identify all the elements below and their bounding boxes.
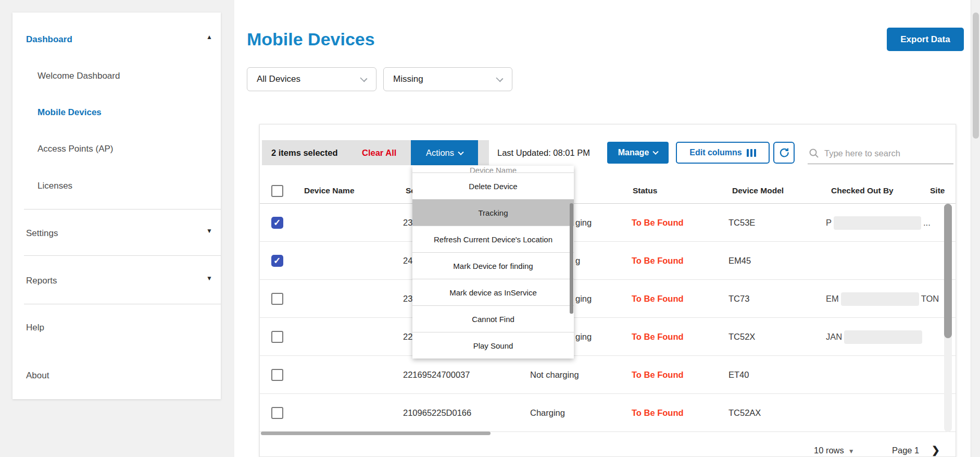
search-field xyxy=(808,143,953,164)
model-cell: TC53E xyxy=(728,204,755,242)
table-vertical-scrollbar-thumb[interactable] xyxy=(944,204,952,338)
model-cell: TC52X xyxy=(728,318,755,356)
manage-button[interactable]: Manage xyxy=(607,142,669,164)
row-checkbox[interactable] xyxy=(271,407,283,419)
page-title: Mobile Devices xyxy=(247,29,375,50)
rows-per-page-selector[interactable]: 10 rows▼ xyxy=(814,442,855,457)
status-filter-value: Missing xyxy=(393,74,423,84)
sidebar-item-settings[interactable]: Settings xyxy=(26,228,58,239)
row-checkbox[interactable] xyxy=(271,331,283,343)
row-checkbox[interactable] xyxy=(271,293,283,305)
refresh-icon xyxy=(778,147,790,158)
table-row: 24 g To Be Found EM45 xyxy=(260,242,956,280)
search-input[interactable] xyxy=(824,145,949,161)
status-cell: To Be Found xyxy=(632,394,684,432)
redacted-text xyxy=(841,292,919,306)
column-header-device-model[interactable]: Device Model xyxy=(732,178,784,204)
export-data-button[interactable]: Export Data xyxy=(887,28,964,51)
sidebar-item-about[interactable]: About xyxy=(26,370,49,381)
serial-cell: 24 xyxy=(403,242,412,280)
actions-button[interactable]: Actions xyxy=(411,140,478,165)
menu-item-clipped[interactable]: Device Name xyxy=(412,166,574,172)
model-cell: EM45 xyxy=(728,242,751,280)
sidebar-item-help[interactable]: Help xyxy=(26,323,44,333)
columns-icon xyxy=(747,149,756,157)
next-page-button[interactable]: ❯ xyxy=(932,442,940,457)
serial-cell: 23 xyxy=(403,204,412,242)
table-header: Device Name Se Status Device Model Check… xyxy=(260,178,956,204)
device-filter-select[interactable]: All Devices xyxy=(247,67,376,91)
column-header-checked-out-by[interactable]: Checked Out By xyxy=(831,178,894,204)
table-horizontal-scrollbar-thumb[interactable] xyxy=(261,431,491,435)
table-row: 23 ging To Be Found TC73 EMTON xyxy=(260,280,956,318)
actions-dropdown-menu: Device Name Delete Device Tracking Refre… xyxy=(412,166,574,359)
menu-item-mark-for-finding[interactable]: Mark Device for finding xyxy=(412,252,574,279)
table-row: 22169524700037 Not charging To Be Found … xyxy=(260,356,956,394)
checked-out-by-cell: EMTON xyxy=(826,280,939,318)
chevron-down-icon xyxy=(360,75,367,82)
chevron-up-icon: ▲ xyxy=(206,33,212,41)
sidebar: Dashboard ▲ Welcome Dashboard Mobile Dev… xyxy=(12,13,221,399)
row-checkbox[interactable] xyxy=(271,217,283,229)
status-cell: To Be Found xyxy=(632,318,684,356)
chevron-down-icon: ▼ xyxy=(206,227,212,234)
menu-item-delete-device[interactable]: Delete Device xyxy=(412,172,574,199)
charging-cell: g xyxy=(575,242,580,280)
sidebar-item-mobile-devices[interactable]: Mobile Devices xyxy=(37,107,102,118)
status-cell: To Be Found xyxy=(632,242,684,280)
menu-item-tracking[interactable]: Tracking xyxy=(412,199,574,226)
status-cell: To Be Found xyxy=(632,204,684,242)
column-header-status[interactable]: Status xyxy=(633,178,657,204)
devices-table-card: 2 items selected Clear All Actions Last … xyxy=(259,124,956,457)
table-row: 210965225D0166 Charging To Be Found TC52… xyxy=(260,394,956,432)
select-all-checkbox[interactable] xyxy=(271,185,283,197)
last-updated-text: Last Updated: 08:01 PM xyxy=(497,140,590,165)
sidebar-divider xyxy=(24,255,221,256)
sidebar-item-welcome-dashboard[interactable]: Welcome Dashboard xyxy=(37,71,120,81)
menu-item-play-sound[interactable]: Play Sound xyxy=(412,332,574,359)
redacted-text xyxy=(844,330,922,344)
model-cell: ET40 xyxy=(728,356,749,394)
table-row: 23 ging To Be Found TC53E P... xyxy=(260,204,956,242)
model-cell: TC52AX xyxy=(728,394,761,432)
menu-item-mark-inservice[interactable]: Mark device as InService xyxy=(412,279,574,305)
sidebar-item-licenses[interactable]: Licenses xyxy=(37,181,72,191)
row-checkbox[interactable] xyxy=(271,369,283,381)
checked-out-by-cell: JAN xyxy=(826,318,924,356)
menu-item-refresh-location[interactable]: Refresh Current Device's Location xyxy=(412,226,574,252)
chevron-down-icon xyxy=(653,149,659,155)
serial-cell: 22 xyxy=(403,318,412,356)
column-header-device-name[interactable]: Device Name xyxy=(304,178,355,204)
charging-cell: ging xyxy=(575,204,592,242)
page-scrollbar xyxy=(971,0,980,457)
charging-cell: ging xyxy=(575,280,592,318)
sidebar-item-reports[interactable]: Reports xyxy=(26,276,57,286)
table-vertical-scrollbar xyxy=(944,204,952,432)
menu-scrollbar-thumb[interactable] xyxy=(570,203,573,314)
device-filter-value: All Devices xyxy=(257,74,300,84)
row-checkbox[interactable] xyxy=(271,255,283,267)
caret-down-icon: ▼ xyxy=(848,448,855,455)
sidebar-divider xyxy=(24,304,221,304)
checked-out-by-cell: P... xyxy=(826,204,931,242)
status-cell: To Be Found xyxy=(632,356,684,394)
chevron-down-icon: ▼ xyxy=(206,275,212,282)
sidebar-item-access-points[interactable]: Access Points (AP) xyxy=(37,144,114,154)
sidebar-item-dashboard[interactable]: Dashboard xyxy=(26,34,72,45)
chevron-down-icon xyxy=(496,75,503,82)
column-header-site[interactable]: Site xyxy=(930,178,945,204)
clear-all-button[interactable]: Clear All xyxy=(362,140,396,165)
status-cell: To Be Found xyxy=(632,280,684,318)
redacted-text xyxy=(834,216,921,230)
serial-cell: 22169524700037 xyxy=(403,356,470,394)
selected-count: 2 items selected xyxy=(271,140,338,165)
charging-cell: Not charging xyxy=(530,356,579,394)
menu-item-cannot-find[interactable]: Cannot Find xyxy=(412,305,574,332)
page-scrollbar-thumb[interactable] xyxy=(973,13,979,139)
status-filter-select[interactable]: Missing xyxy=(383,67,512,91)
model-cell: TC73 xyxy=(728,280,749,318)
refresh-button[interactable] xyxy=(773,142,795,164)
charging-cell: Charging xyxy=(530,394,565,432)
search-icon xyxy=(809,148,819,158)
edit-columns-button[interactable]: Edit columns xyxy=(676,142,770,164)
